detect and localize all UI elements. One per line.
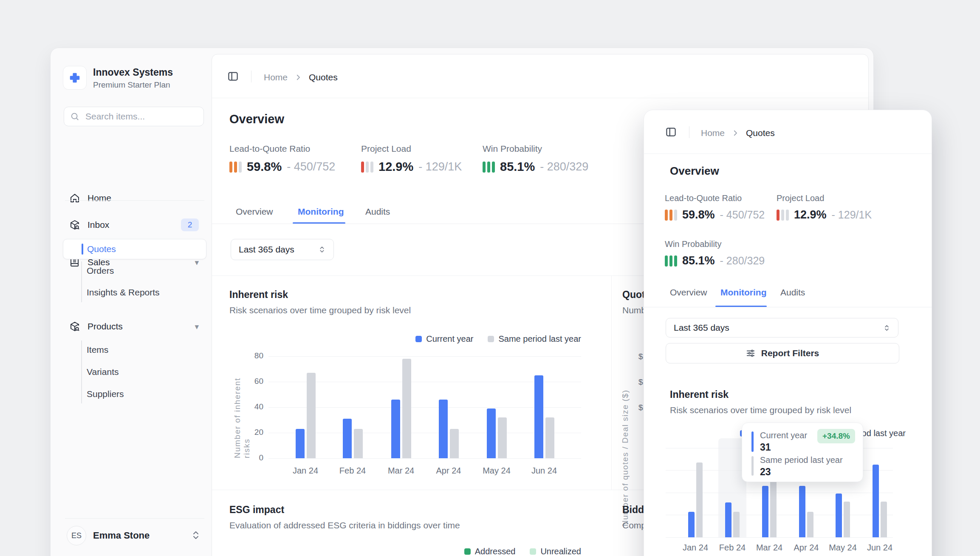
legend-swatch bbox=[464, 548, 471, 555]
chart-xl: Jun 24 bbox=[854, 543, 905, 553]
chart-yt: 0 bbox=[229, 453, 263, 462]
sidebar-item-label: Insights & Reports bbox=[87, 287, 160, 298]
chart-bar bbox=[762, 486, 768, 537]
search-box[interactable] bbox=[64, 107, 204, 126]
kpi-bars-icon bbox=[665, 255, 677, 267]
chevron-right-icon bbox=[294, 74, 302, 81]
chart-yt: 40 bbox=[229, 402, 263, 411]
sidebar-item-insights-reports[interactable]: Insights & Reports bbox=[63, 283, 206, 302]
chart-bar bbox=[696, 462, 703, 537]
chart-bar bbox=[450, 429, 459, 458]
breadcrumb-current[interactable]: Quotes bbox=[746, 128, 775, 138]
kpi-bars-icon bbox=[665, 210, 677, 221]
tooltip-series-label: Same period last year bbox=[760, 455, 843, 465]
header-divider bbox=[251, 71, 251, 82]
date-range-value: Last 365 days bbox=[674, 323, 729, 333]
chart-bar bbox=[354, 429, 363, 458]
search-input[interactable] bbox=[85, 111, 198, 122]
sidebar-toggle-button[interactable] bbox=[665, 126, 677, 138]
chart-bar bbox=[391, 400, 400, 458]
chart-bar bbox=[439, 400, 448, 458]
tab-audits[interactable]: Audits bbox=[780, 287, 805, 298]
legend-last-year: Same period last year bbox=[488, 334, 581, 344]
kpi-lead-to-quote: Lead-to-Quote Ratio 59.8% - 450/752 bbox=[665, 193, 765, 221]
legend-swatch bbox=[415, 336, 422, 342]
section-title: Inherent risk bbox=[670, 389, 729, 400]
kpi-value: 59.8% bbox=[247, 160, 282, 174]
chart-bar bbox=[881, 502, 887, 537]
y-tick: $ bbox=[638, 403, 643, 412]
inherent-risk-chart: Number of inherent risks 020406080Jan 24… bbox=[229, 348, 586, 484]
tooltip-delta-badge: +34.8% bbox=[817, 429, 855, 443]
section-title: ESG impact bbox=[229, 504, 284, 516]
active-indicator bbox=[82, 244, 83, 255]
report-filters-button[interactable]: Report Filters bbox=[666, 343, 899, 363]
kpi-bar bbox=[669, 255, 672, 267]
date-range-value: Last 365 days bbox=[239, 244, 294, 255]
kpi-bar bbox=[370, 162, 373, 173]
chart-bar bbox=[498, 417, 507, 458]
esg-legend: Addressed Unrealized bbox=[464, 547, 581, 556]
sidebar-item-variants[interactable]: Variants bbox=[63, 363, 206, 381]
kpi-bar bbox=[674, 210, 677, 221]
tab-audits[interactable]: Audits bbox=[365, 207, 390, 217]
sidebar-item-quotes[interactable]: Quotes bbox=[63, 239, 206, 259]
tab-overview[interactable]: Overview bbox=[236, 207, 273, 217]
kpi-label: Project Load bbox=[361, 144, 462, 154]
date-range-select[interactable]: Last 365 days bbox=[231, 239, 334, 260]
kpi-bar bbox=[674, 255, 677, 267]
sidebar-item-label: Suppliers bbox=[87, 389, 124, 399]
chart-gl bbox=[268, 356, 581, 357]
kpi-bar bbox=[366, 162, 369, 173]
sidebar-item-home[interactable]: Home bbox=[64, 188, 205, 208]
chart-bar bbox=[807, 512, 813, 537]
chevrons-up-down-icon[interactable] bbox=[191, 530, 201, 540]
kpi-win-probability: Win Probability 85.1% - 280/329 bbox=[483, 144, 588, 174]
kpi-bar bbox=[234, 162, 237, 173]
org-name: Innovex Systems bbox=[93, 67, 173, 78]
kpi-bar bbox=[483, 162, 486, 173]
chart-xl: Feb 24 bbox=[327, 466, 378, 476]
sidebar-toggle-button[interactable] bbox=[227, 71, 239, 82]
section-subtitle: Evaluation of addressed ESG criteria in … bbox=[229, 520, 460, 530]
sidebar-item-label: Quotes bbox=[87, 244, 116, 254]
avatar[interactable]: ES bbox=[67, 526, 86, 545]
plus-logo-icon bbox=[68, 71, 81, 84]
kpi-bar bbox=[781, 210, 784, 221]
kpi-lead-to-quote: Lead-to-Quote Ratio 59.8% - 450/752 bbox=[229, 144, 335, 174]
sidebar-item-orders[interactable]: Orders bbox=[63, 261, 206, 280]
tab-monitoring[interactable]: Monitoring bbox=[720, 287, 766, 298]
chart-bar bbox=[402, 359, 411, 458]
breadcrumb-current[interactable]: Quotes bbox=[309, 72, 338, 82]
chart-xl: Mar 24 bbox=[376, 466, 426, 476]
breadcrumb-home[interactable]: Home bbox=[264, 72, 288, 82]
sidebar-item-suppliers[interactable]: Suppliers bbox=[63, 385, 206, 403]
search-icon bbox=[70, 112, 79, 121]
chart-bar bbox=[733, 512, 740, 537]
tab-monitoring[interactable]: Monitoring bbox=[298, 207, 344, 217]
breadcrumb-home[interactable]: Home bbox=[701, 128, 725, 138]
sidebar-item-items[interactable]: Items bbox=[63, 340, 206, 359]
legend-current-year: Current year bbox=[415, 334, 473, 344]
tab-overview[interactable]: Overview bbox=[670, 287, 707, 298]
chart-bar bbox=[725, 502, 731, 537]
chart-bar bbox=[873, 465, 879, 537]
legend-addressed: Addressed bbox=[464, 547, 516, 556]
date-range-select[interactable]: Last 365 days bbox=[666, 318, 898, 338]
sliders-icon bbox=[746, 349, 755, 358]
chevrons-up-down-icon bbox=[883, 324, 890, 332]
section-title: Inherent risk bbox=[229, 289, 288, 301]
legend-swatch bbox=[530, 548, 536, 555]
chart-gl bbox=[666, 537, 893, 538]
chart-bar bbox=[844, 502, 850, 537]
sidebar-group-products[interactable]: Products ▾ bbox=[64, 317, 205, 336]
chart-xl: May 24 bbox=[471, 466, 522, 476]
chart-bar bbox=[688, 512, 695, 537]
chart-bar bbox=[545, 417, 554, 458]
screen: Innovex Systems Premium Starter Plan Hom… bbox=[0, 0, 980, 556]
chart-yt: 80 bbox=[229, 351, 263, 360]
chart-bar bbox=[307, 373, 316, 458]
sidebar-item-label: Items bbox=[87, 345, 108, 355]
kpi-bars-icon bbox=[361, 162, 373, 173]
chart-bar bbox=[534, 375, 543, 458]
